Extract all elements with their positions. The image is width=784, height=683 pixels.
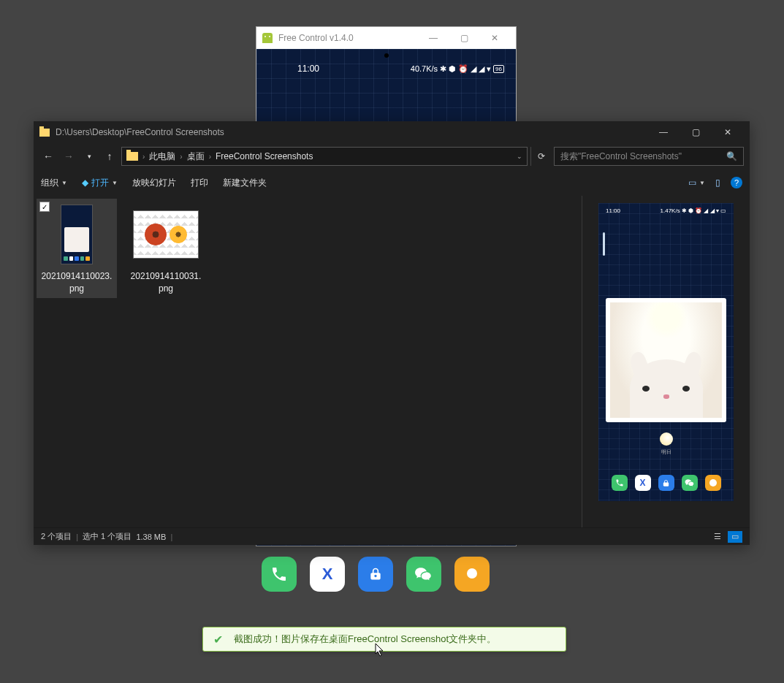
preview-image: 11:00 1.47K/s ✱ ⬢ ⏰ ◢ ◢ ▾ ▭ xyxy=(598,203,734,501)
maximize-button[interactable]: ▢ xyxy=(449,28,479,48)
file-list[interactable]: ✓ 20210914110023.png 20210914110031.pn xyxy=(34,196,582,527)
search-icon: 🔍 xyxy=(726,151,737,161)
preview-photo-card xyxy=(606,298,726,422)
breadcrumb-chevron-icon: › xyxy=(180,153,182,161)
view-details-icon[interactable]: ☰ xyxy=(710,531,725,543)
explorer-title: D:\Users\Desktop\FreeControl Screenshots xyxy=(56,127,224,137)
explorer-body: ✓ 20210914110023.png 20210914110031.pn xyxy=(34,196,750,527)
toast-message: 截图成功！图片保存在桌面FreeControl Screenshot文件夹中。 xyxy=(234,633,496,646)
status-time: 11:00 xyxy=(297,64,319,74)
toolbar-print[interactable]: 打印 xyxy=(191,177,208,189)
explorer-toolbar: 组织▼ ◆ 打开 ▼ 放映幻灯片 打印 新建文件夹 ▭ ▼ ▯ ? xyxy=(34,169,750,196)
explorer-statusbar: 2 个项目 | 选中 1 个项目 1.38 MB | ☰ ▭ xyxy=(34,527,750,545)
refresh-button[interactable]: ⟳ xyxy=(530,147,551,166)
signal-icon-2: ◢ xyxy=(479,64,484,74)
search-placeholder: 搜索"FreeControl Screenshots" xyxy=(560,150,682,163)
file-thumbnail xyxy=(44,202,110,267)
toolbar-preview-button[interactable]: ▯ xyxy=(715,178,720,188)
preview-app-wechat-icon xyxy=(682,475,698,491)
toolbar-slideshow[interactable]: 放映幻灯片 xyxy=(132,177,176,189)
explorer-maximize-button[interactable]: ▢ xyxy=(680,121,712,143)
preview-app-chat-icon xyxy=(705,475,721,491)
nav-history-dropdown[interactable]: ▾ xyxy=(80,148,98,165)
preview-pane: 11:00 1.47K/s ✱ ⬢ ⏰ ◢ ◢ ▾ ▭ xyxy=(582,196,750,527)
dock-app-x[interactable]: X xyxy=(310,557,345,592)
phone-notch xyxy=(384,53,389,58)
preview-app-phone-icon xyxy=(612,475,628,491)
cursor-icon xyxy=(374,643,386,657)
folder-icon xyxy=(39,129,50,137)
phone-dock: X xyxy=(262,557,490,592)
explorer-window: D:\Users\Desktop\FreeControl Screenshots… xyxy=(34,121,750,545)
bluetooth-icon: ✱ xyxy=(440,64,446,74)
preview-dock: X xyxy=(598,475,734,491)
breadcrumb-root[interactable]: 此电脑 xyxy=(149,150,175,163)
preview-status-icons: ✱ ⬢ ⏰ ◢ ◢ ▾ ▭ xyxy=(682,207,726,214)
close-button[interactable]: ✕ xyxy=(479,28,510,48)
search-input[interactable]: 搜索"FreeControl Screenshots" 🔍 xyxy=(554,147,744,166)
android-status-icon: ⬢ xyxy=(449,64,456,74)
svg-point-0 xyxy=(467,568,477,579)
wifi-icon: ▾ xyxy=(487,64,491,74)
freecontrol-titlebar[interactable]: Free Control v1.4.0 — ▢ ✕ xyxy=(256,27,516,49)
checkbox-icon[interactable]: ✓ xyxy=(39,202,50,212)
dock-app-lock[interactable] xyxy=(358,557,393,592)
addr-folder-icon xyxy=(126,152,138,161)
toolbar-organize[interactable]: 组织▼ xyxy=(41,177,67,189)
status-count: 2 个项目 xyxy=(41,531,72,542)
address-bar[interactable]: › 此电脑 › 桌面 › FreeControl Screenshots ⌄ xyxy=(121,147,528,166)
file-item[interactable]: ✓ 20210914110023.png xyxy=(37,199,117,298)
preview-app-x-icon: X xyxy=(635,475,651,491)
battery-icon: 96 xyxy=(493,65,504,73)
file-name: 20210914110031.png xyxy=(129,270,203,295)
dock-app-phone[interactable] xyxy=(262,557,297,592)
explorer-titlebar[interactable]: D:\Users\Desktop\FreeControl Screenshots… xyxy=(34,121,750,143)
explorer-minimize-button[interactable]: — xyxy=(647,121,680,143)
addr-dropdown-icon[interactable]: ⌄ xyxy=(517,153,522,160)
view-thumbnails-icon[interactable]: ▭ xyxy=(728,531,742,543)
file-thumbnail xyxy=(133,202,199,267)
check-icon: ✔ xyxy=(213,633,227,646)
preview-app-lock-icon xyxy=(658,475,674,491)
status-size: 1.38 MB xyxy=(136,533,166,541)
signal-icon: ◢ xyxy=(471,64,476,74)
nav-forward-button[interactable]: → xyxy=(60,148,77,165)
status-selected: 选中 1 个项目 xyxy=(83,531,132,542)
nav-up-button[interactable]: ↑ xyxy=(101,148,118,165)
dock-app-wechat[interactable] xyxy=(406,557,441,592)
status-netspeed: 40.7K/s xyxy=(411,64,438,73)
minimize-button[interactable]: — xyxy=(418,28,449,48)
toolbar-newfolder[interactable]: 新建文件夹 xyxy=(223,177,267,189)
dock-app-chat[interactable] xyxy=(454,557,490,592)
android-icon xyxy=(262,33,273,43)
preview-widget: 明日 xyxy=(641,432,692,469)
explorer-navrow: ← → ▾ ↑ › 此电脑 › 桌面 › FreeControl Screens… xyxy=(34,143,750,169)
freecontrol-title: Free Control v1.4.0 xyxy=(278,33,354,43)
preview-status-right: 1.47K/s xyxy=(661,207,680,214)
alarm-icon: ⏰ xyxy=(458,64,468,74)
breadcrumb-chevron-icon: › xyxy=(142,153,145,161)
caret-down-icon: ▼ xyxy=(61,180,67,186)
diamond-icon: ◆ xyxy=(82,178,88,188)
toolbar-view-button[interactable]: ▭ ▼ xyxy=(688,178,705,188)
nav-back-button[interactable]: ← xyxy=(39,148,57,165)
file-item[interactable]: 20210914110031.png xyxy=(126,199,206,298)
breadcrumb-desktop[interactable]: 桌面 xyxy=(187,150,205,163)
phone-statusbar: 11:00 40.7K/s ✱ ⬢ ⏰ ◢ ◢ ▾ 96 xyxy=(256,64,516,74)
preview-indicator xyxy=(603,232,605,256)
file-name: 20210914110023.png xyxy=(39,270,114,295)
preview-status-time: 11:00 xyxy=(606,207,620,214)
caret-down-icon: ▼ xyxy=(112,180,118,186)
breadcrumb-folder[interactable]: FreeControl Screenshots xyxy=(216,151,313,161)
toolbar-open[interactable]: ◆ 打开 ▼ xyxy=(82,177,118,189)
breadcrumb-chevron-icon: › xyxy=(209,153,211,161)
help-button[interactable]: ? xyxy=(731,177,742,188)
explorer-close-button[interactable]: ✕ xyxy=(712,121,744,143)
